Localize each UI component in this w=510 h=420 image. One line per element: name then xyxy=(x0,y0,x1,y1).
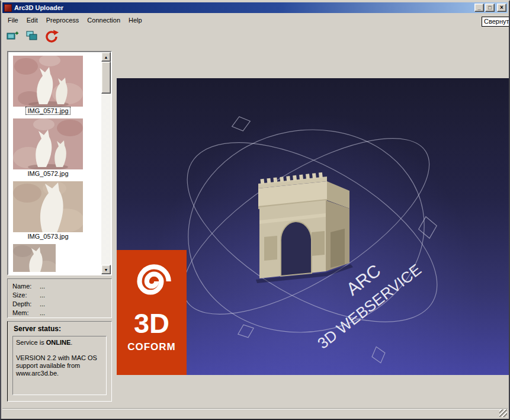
menu-item-file[interactable]: File xyxy=(4,15,23,25)
thumbnail-image[interactable] xyxy=(13,244,56,272)
list-item[interactable] xyxy=(13,244,101,272)
scroll-down-button[interactable]: ▼ xyxy=(101,265,111,274)
list-item[interactable]: IMG_0572.jpg xyxy=(13,118,101,177)
add-images-button[interactable] xyxy=(6,30,20,42)
image-list-content: IMG_0571.jpg IMG_0572.jpg xyxy=(8,52,101,274)
resize-grip[interactable] xyxy=(499,409,507,417)
menu-bar: File Edit Preprocess Connection Help xyxy=(4,15,146,25)
image-pairs-button[interactable] xyxy=(25,30,39,42)
info-mem-label: Mem: xyxy=(12,309,40,318)
upload-refresh-icon xyxy=(44,30,60,43)
info-name-label: Name: xyxy=(12,282,40,291)
info-depth-label: Depth: xyxy=(12,300,40,309)
info-depth-value: ... xyxy=(40,300,45,309)
status-bar xyxy=(2,408,508,418)
image-list: IMG_0571.jpg IMG_0572.jpg xyxy=(7,51,112,275)
server-status-line: Service is ONLINE. xyxy=(16,339,103,347)
spiral-icon xyxy=(127,257,176,306)
app-icon xyxy=(4,4,12,12)
maximize-button[interactable]: □ xyxy=(485,4,495,12)
cat-closeup-thumbnail xyxy=(13,181,83,232)
thumbnail-image[interactable] xyxy=(13,56,83,107)
thumbnail-image[interactable] xyxy=(13,181,83,232)
cats-photo-thumbnail xyxy=(13,56,83,107)
thumbnail-label[interactable]: IMG_0573.jpg xyxy=(13,233,83,240)
logo-coform-text: COFORM xyxy=(117,341,187,353)
thumbnail-label[interactable]: IMG_0571.jpg xyxy=(13,107,83,114)
list-scrollbar[interactable]: ▲ ▼ xyxy=(101,52,111,274)
coform-logo: 3D COFORM xyxy=(117,250,187,375)
add-image-icon xyxy=(7,31,20,41)
arch-model xyxy=(256,175,353,283)
server-status-title: Server status: xyxy=(14,325,107,333)
image-info-panel: Name:... Size:... Depth:... Mem:... xyxy=(7,278,112,318)
info-name-value: ... xyxy=(40,282,45,291)
menu-item-edit[interactable]: Edit xyxy=(23,15,42,25)
upload-button[interactable] xyxy=(44,29,60,43)
server-status-panel: Server status: Service is ONLINE. VERSIO… xyxy=(7,321,112,402)
info-size-value: ... xyxy=(40,291,45,300)
thumbnail-label[interactable]: IMG_0572.jpg xyxy=(13,170,83,177)
window-title: Arc3D Uploader xyxy=(14,4,474,11)
cats-photo-thumbnail xyxy=(13,118,83,169)
scroll-up-button[interactable]: ▲ xyxy=(101,52,111,62)
app-window: Arc3D Uploader _ □ × File Edit Preproces… xyxy=(0,0,510,420)
logo-3d-text: 3D xyxy=(117,309,187,337)
server-status-box: Service is ONLINE. VERSION 2.2 with MAC … xyxy=(12,336,107,395)
server-version-text: VERSION 2.2 with MAC OS support availabl… xyxy=(16,354,99,377)
image-stack-icon xyxy=(25,31,39,41)
info-mem-value: ... xyxy=(40,309,45,318)
menu-item-preprocess[interactable]: Preprocess xyxy=(42,15,84,25)
list-item[interactable]: IMG_0571.jpg xyxy=(13,56,101,114)
menu-item-connection[interactable]: Connection xyxy=(83,15,124,25)
info-size-label: Size: xyxy=(12,291,40,300)
scrollbar-thumb[interactable] xyxy=(101,62,111,94)
thumbnail-image[interactable] xyxy=(13,118,83,169)
cat-partial-thumbnail xyxy=(13,244,56,272)
server-online-badge: ONLINE xyxy=(46,339,71,346)
menu-item-help[interactable]: Help xyxy=(124,15,146,25)
minimize-button[interactable]: _ xyxy=(474,4,484,12)
list-item[interactable]: IMG_0573.jpg xyxy=(13,181,101,240)
minimize-tooltip: Свернуть xyxy=(482,17,510,27)
toolbar xyxy=(6,28,60,44)
title-bar[interactable]: Arc3D Uploader _ □ × xyxy=(2,2,508,13)
close-button[interactable]: × xyxy=(497,4,506,12)
